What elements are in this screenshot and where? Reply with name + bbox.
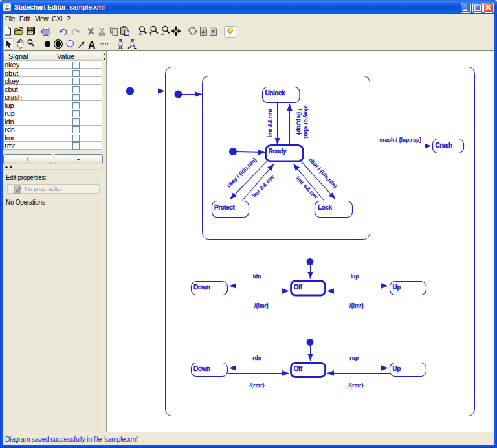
svg-text:A: A xyxy=(88,39,96,50)
